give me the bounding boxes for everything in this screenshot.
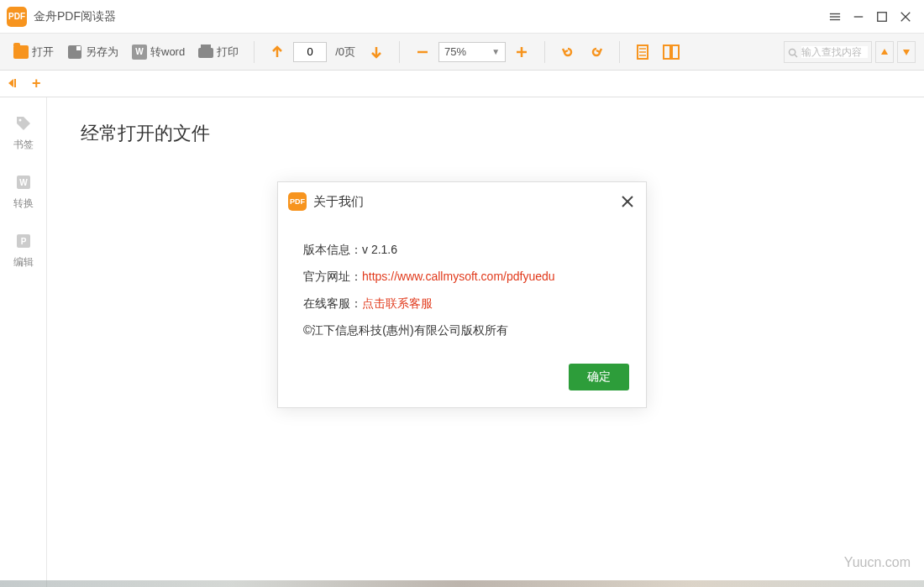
search-prev-button[interactable] — [875, 41, 894, 63]
separator — [254, 41, 255, 63]
open-label: 打开 — [32, 45, 54, 60]
svg-point-18 — [789, 49, 795, 55]
dialog-title: 关于我们 — [313, 194, 364, 210]
to-word-button[interactable]: W 转word — [127, 39, 190, 65]
svg-marker-22 — [8, 79, 13, 87]
svg-rect-17 — [672, 45, 679, 59]
svg-point-24 — [18, 119, 21, 122]
add-tab-button[interactable]: + — [32, 75, 41, 92]
search-next-button[interactable] — [897, 41, 916, 63]
minimize-button[interactable] — [847, 5, 870, 29]
open-button[interactable]: 打开 — [8, 39, 59, 65]
tabstrip: + — [0, 71, 924, 97]
website-row: 官方网址：https://www.callmysoft.com/pdfyuedu — [303, 270, 621, 285]
search-icon — [788, 46, 798, 58]
svg-line-19 — [795, 55, 797, 57]
separator — [619, 41, 620, 63]
sidebar-item-label: 编辑 — [13, 255, 34, 270]
version-row: 版本信息：v 2.1.6 — [303, 243, 621, 258]
dialog-footer: 确定 — [278, 355, 646, 407]
bottom-border — [0, 580, 924, 587]
svg-text:P: P — [20, 237, 26, 246]
page-total: /0页 — [335, 45, 355, 60]
watermark: Yuucn.com — [844, 555, 911, 570]
word-convert-icon: W — [14, 173, 33, 191]
svg-marker-20 — [881, 49, 888, 55]
copyright-text: ©江下信息科技(惠州)有限公司版权所有 — [303, 323, 621, 338]
dialog-close-button[interactable] — [619, 193, 636, 210]
next-page-button[interactable] — [364, 39, 389, 65]
svg-marker-21 — [903, 50, 910, 55]
zoom-select[interactable]: 75% ▼ — [438, 42, 506, 62]
two-page-button[interactable] — [659, 39, 684, 65]
single-page-button[interactable] — [630, 39, 655, 65]
to-word-label: 转word — [150, 45, 185, 60]
dialog-header: PDF 关于我们 — [278, 182, 646, 221]
disk-icon — [67, 45, 82, 60]
website-link[interactable]: https://www.callmysoft.com/pdfyuedu — [362, 270, 555, 283]
sidebar-item-convert[interactable]: W 转换 — [13, 173, 34, 211]
tag-icon — [14, 114, 33, 133]
app-icon: PDF — [7, 7, 27, 27]
recent-files-heading: 经常打开的文件 — [81, 121, 890, 146]
support-link[interactable]: 点击联系客服 — [362, 296, 433, 310]
website-label: 官方网址： — [303, 270, 362, 283]
close-button[interactable] — [894, 5, 917, 29]
rotate-right-button[interactable] — [584, 39, 609, 65]
maximize-button[interactable] — [870, 5, 894, 29]
print-label: 打印 — [217, 45, 239, 60]
titlebar: PDF 金舟PDF阅读器 — [0, 0, 924, 34]
menu-button[interactable] — [823, 5, 847, 29]
sidebar-item-bookmark[interactable]: 书签 — [13, 114, 34, 152]
svg-rect-16 — [664, 45, 670, 59]
search-box[interactable] — [784, 41, 872, 63]
dialog-body: 版本信息：v 2.1.6 官方网址：https://www.callmysoft… — [278, 221, 646, 355]
rotate-left-button[interactable] — [555, 39, 580, 65]
app-title: 金舟PDF阅读器 — [34, 9, 116, 24]
about-dialog: PDF 关于我们 版本信息：v 2.1.6 官方网址：https://www.c… — [277, 181, 647, 408]
save-as-button[interactable]: 另存为 — [62, 39, 123, 65]
separator — [399, 41, 400, 63]
ok-button[interactable]: 确定 — [569, 364, 629, 390]
support-row: 在线客服：点击联系客服 — [303, 296, 621, 312]
svg-rect-4 — [878, 12, 887, 21]
sidebar: 书签 W 转换 P 编辑 — [0, 97, 47, 587]
print-button[interactable]: 打印 — [193, 39, 244, 65]
chevron-down-icon: ▼ — [491, 47, 500, 56]
toolbar: 打开 另存为 W 转word 打印 /0页 75% ▼ — [0, 34, 924, 71]
sidebar-item-label: 转换 — [13, 197, 34, 211]
edit-icon: P — [14, 232, 33, 250]
separator — [544, 41, 545, 63]
svg-text:W: W — [19, 178, 28, 187]
word-icon: W — [132, 45, 147, 60]
zoom-value: 75% — [444, 45, 466, 58]
search-input[interactable] — [801, 46, 868, 58]
version-value: v 2.1.6 — [362, 243, 397, 256]
zoom-in-button[interactable] — [509, 39, 534, 65]
sidebar-item-label: 书签 — [13, 138, 34, 152]
folder-icon — [13, 45, 29, 60]
support-label: 在线客服： — [303, 296, 362, 310]
prev-page-button[interactable] — [265, 39, 290, 65]
collapse-sidebar-button[interactable] — [7, 76, 17, 92]
dialog-app-icon: PDF — [288, 192, 307, 211]
version-label: 版本信息： — [303, 243, 362, 256]
printer-icon — [198, 45, 213, 60]
zoom-out-button[interactable] — [410, 39, 435, 65]
sidebar-item-edit[interactable]: P 编辑 — [13, 232, 34, 270]
page-input[interactable] — [293, 42, 327, 62]
save-as-label: 另存为 — [86, 45, 118, 60]
